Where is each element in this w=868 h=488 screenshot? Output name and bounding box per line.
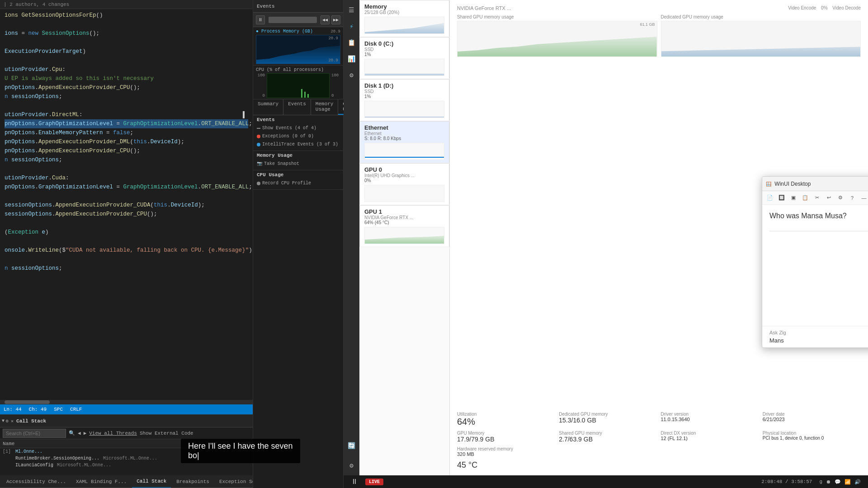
tm-nav-gear[interactable]: ⚙ xyxy=(345,459,358,472)
code-line: pnOptions.AppendExecutionProvider_DML(th… xyxy=(5,137,248,146)
gpu1-gpu-memory: GPU Memory 17.9/79.9 GB xyxy=(457,431,555,443)
gpu1-util-chart: 61.1 GB xyxy=(457,21,657,57)
winui-tb-save[interactable]: ▣ xyxy=(788,193,798,203)
take-snapshot-item[interactable]: 📷 Take Snapshot xyxy=(257,160,340,168)
gpu0-sub: Intel(R) UHD Graphics ... xyxy=(364,173,444,178)
tab-breakpoints[interactable]: Breakpoints xyxy=(172,476,214,488)
search-input[interactable] xyxy=(3,429,66,438)
winui-tb-undo[interactable]: ↩ xyxy=(824,193,834,203)
intellitrace-item[interactable]: IntelliTrace Events (3 of 3) xyxy=(257,141,340,149)
show-events-item[interactable]: Show Events (4 of 4) xyxy=(257,124,340,132)
winui-tb-copy[interactable]: 📋 xyxy=(800,193,810,203)
tm-nav-menu[interactable]: ☰ xyxy=(345,4,358,16)
winui-ask-label: Ask Zig xyxy=(769,330,868,335)
ethernet-speed: S: 8.0 R: 8.0 Kbps xyxy=(364,136,444,141)
disk1-type: SSD xyxy=(364,89,444,94)
code-line xyxy=(5,219,248,228)
diag-nav-right[interactable]: ▶▶ xyxy=(331,15,340,24)
winui-typed-text[interactable]: Mans xyxy=(769,337,868,344)
winui-toolbar: 📄 🔲 ▣ 📋 ✂ ↩ ⚙ ? — xyxy=(762,191,868,205)
cpu-section-title: CPU Usage xyxy=(257,172,340,178)
winui-answer xyxy=(769,235,868,319)
gpu0-dedicated-label: Dedicated GPU memory usage xyxy=(661,14,861,19)
tab-callstack[interactable]: Call Stack xyxy=(132,476,171,488)
code-line: n sessionOptions; xyxy=(5,264,248,273)
disk1-value: 1% xyxy=(364,94,444,99)
code-line xyxy=(5,20,248,29)
ln-col: Ln: 44 xyxy=(4,407,22,412)
tab-xaml[interactable]: XAML Binding F... xyxy=(71,476,131,488)
tm-sidebar: ☰ ⚡ 📋 📊 ⚙ 🔄 ⚙ xyxy=(344,0,359,475)
show-external[interactable]: Show External Code xyxy=(140,431,193,436)
panel-close[interactable]: ✕ xyxy=(11,418,14,424)
tab-summary[interactable]: Summary xyxy=(253,99,283,115)
code-status-bar: Ln: 44 Ch: 49 SPC CRLF xyxy=(0,404,253,414)
view-all-threads[interactable]: View all Threads xyxy=(89,431,137,436)
code-line: utionProvider.Cuda: xyxy=(5,174,248,183)
code-line-selected: pnOptions.GraphOptimizationLevel = Graph… xyxy=(5,119,248,128)
bottom-tabs: Accessibility Che... XAML Binding F... C… xyxy=(0,475,253,488)
code-line xyxy=(5,255,248,264)
winui-tb-new[interactable]: 📄 xyxy=(765,193,775,203)
gpu0-card[interactable]: GPU 0 Intel(R) UHD Graphics ... 0% xyxy=(359,163,449,205)
tab-memory[interactable]: Memory Usage xyxy=(311,99,339,115)
icon-signal[interactable]: 📶 xyxy=(844,479,851,485)
tm-nav-refresh[interactable]: 🔄 xyxy=(345,439,358,452)
subtitle-overlay: Here I'll see I have the seven bo| xyxy=(181,439,300,463)
gpu1-value: 64% (45 °C) xyxy=(364,220,444,225)
memory-max: 20.9 xyxy=(330,29,340,34)
code-line: utionProvider.Cpu: xyxy=(5,65,248,74)
bottom-bar: ⏸ LIVE 2:08:48 / 3:58:57 g ⏺ 💬 📶 🔊 xyxy=(344,475,868,488)
winui-tb-open[interactable]: 🔲 xyxy=(777,193,787,203)
tab-events[interactable]: Events xyxy=(283,99,311,115)
memory-card[interactable]: Memory 25/128 GB (20%) xyxy=(359,0,449,37)
disk0-title: Disk 0 (C:) xyxy=(364,40,444,47)
winui-tb-help[interactable]: ? xyxy=(847,193,857,203)
tm-nav-details[interactable]: 📊 xyxy=(345,52,358,65)
diag-pause-btn[interactable]: ⏸ xyxy=(256,15,265,24)
memory-chart xyxy=(364,17,444,34)
tm-nav-app[interactable]: 📋 xyxy=(345,36,358,49)
winui-tb-settings[interactable]: ⚙ xyxy=(835,193,845,203)
gpu1-title: GPU 1 xyxy=(364,208,444,215)
record-cpu-item[interactable]: Record CPU Profile xyxy=(257,179,340,188)
code-line xyxy=(5,101,248,110)
time-display: 2:08:48 / 3:58:57 xyxy=(761,479,812,484)
nav-prev[interactable]: ◀ xyxy=(78,430,81,436)
tab-exceptions[interactable]: Exception Settings xyxy=(215,476,253,488)
gpu1-card[interactable]: GPU 1 NVIDIA GeForce RTX ... 64% (45 °C) xyxy=(359,205,449,247)
code-scrollbar[interactable] xyxy=(0,400,253,404)
line-ending: CRLF xyxy=(70,407,82,412)
gpu1-physical-loc: Physical location PCI bus 1, device 0, f… xyxy=(763,431,861,443)
code-line: ExecutionProviderTarget) xyxy=(5,47,248,56)
icon-record[interactable]: ⏺ xyxy=(826,479,831,485)
winui-input-area[interactable]: Ask Zig Mans xyxy=(762,326,868,347)
play-pause-btn[interactable]: ⏸ xyxy=(351,478,358,486)
panel-dropdown[interactable]: ▼ xyxy=(2,418,5,423)
icon-volume[interactable]: 🔊 xyxy=(854,479,861,485)
gpu1-driver-date: Driver date 6/21/2023 xyxy=(763,412,861,427)
disk1-card[interactable]: Disk 1 (D:) SSD 1% xyxy=(359,79,449,121)
tm-nav-perf[interactable]: ⚡ xyxy=(345,20,358,33)
ethernet-card[interactable]: Ethernet Ethernet S: 8.0 R: 8.0 Kbps xyxy=(359,121,449,163)
diag-header: Events xyxy=(253,0,343,13)
diag-nav-left[interactable]: ◀◀ xyxy=(321,15,330,24)
tm-nav-settings[interactable]: ⚙ xyxy=(345,69,358,81)
code-line: sessionOptions.AppendExecutionProvider_C… xyxy=(5,210,248,219)
winui-divider xyxy=(769,231,868,231)
winui-tb-cut[interactable]: ✂ xyxy=(812,193,822,203)
disk0-card[interactable]: Disk 0 (C:) SSD 1% xyxy=(359,37,449,79)
git-info: | 2 authors, 4 changes xyxy=(4,2,69,7)
chart-min-val: 20.9 xyxy=(328,58,338,63)
disk1-title: Disk 1 (D:) xyxy=(364,82,444,89)
icon-letter-g[interactable]: g xyxy=(819,479,822,484)
panel-settings[interactable]: ⚙ xyxy=(6,418,9,424)
nav-next[interactable]: ▶ xyxy=(84,430,87,436)
winui-tb-dash[interactable]: — xyxy=(859,193,868,203)
code-line: n sessionOptions; xyxy=(5,92,248,101)
icon-chat[interactable]: 💬 xyxy=(835,479,841,485)
exceptions-item[interactable]: Exceptions (0 of 0) xyxy=(257,132,340,141)
winui-window: 🪟 WinUI Desktop — □ ✕ 📄 🔲 ▣ xyxy=(762,176,868,348)
call-stack-title: Call Stack xyxy=(16,418,46,424)
tab-accessibility[interactable]: Accessibility Che... xyxy=(2,476,71,488)
